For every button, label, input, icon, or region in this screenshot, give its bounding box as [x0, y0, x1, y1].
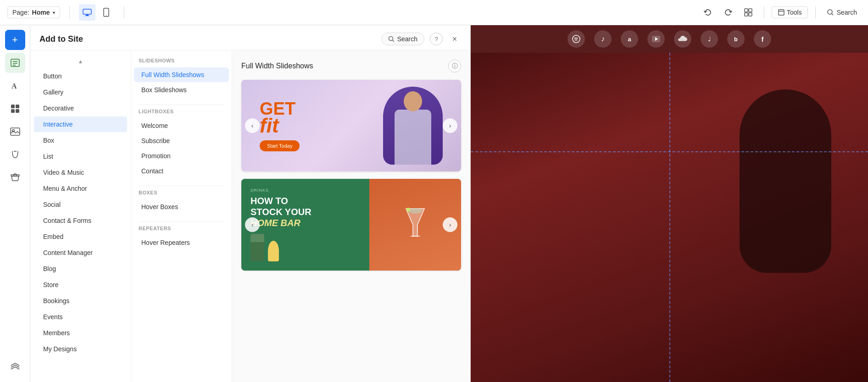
svg-rect-1: [86, 15, 89, 16]
drink-glass-1: [250, 234, 264, 261]
boxes-section: BOXES Hover Boxes: [131, 190, 232, 214]
figure-head: [404, 91, 422, 111]
category-button[interactable]: Button: [34, 68, 127, 84]
panel-search-button[interactable]: Search: [381, 33, 424, 45]
category-store[interactable]: Store: [34, 277, 127, 293]
panel-close-button[interactable]: ×: [448, 33, 461, 45]
tools-button[interactable]: Tools: [772, 6, 808, 18]
svg-rect-2: [85, 16, 89, 16]
svg-point-30: [408, 208, 422, 214]
get-fit-text: GET fit Start Today: [260, 100, 383, 151]
layers-button[interactable]: [5, 357, 25, 377]
figure-body: [383, 87, 443, 165]
sub-full-width-slideshows[interactable]: Full Width Slideshows: [134, 67, 229, 82]
sub-box-slideshows[interactable]: Box Slideshows: [134, 83, 229, 97]
slide-next-button-1[interactable]: ›: [443, 118, 457, 133]
lightboxes-section-title: LIGHTBOXES: [131, 109, 232, 118]
category-content-manager[interactable]: Content Manager: [34, 245, 127, 260]
home-bar-eyebrow: DRINKS: [250, 188, 360, 193]
view-toggle-group: [79, 4, 115, 21]
sub-hover-boxes[interactable]: Hover Boxes: [134, 199, 229, 214]
slideshows-section-title: SLIDESHOWS: [131, 58, 232, 67]
category-contact-forms[interactable]: Contact & Forms: [34, 213, 127, 228]
svg-line-27: [392, 40, 394, 42]
get-fit-headline-fit: fit: [260, 116, 383, 136]
category-blog[interactable]: Blog: [34, 261, 127, 277]
category-social[interactable]: Social: [34, 197, 127, 212]
category-bookings[interactable]: Bookings: [34, 293, 127, 309]
boxes-section-title: BOXES: [131, 190, 232, 199]
sub-contact[interactable]: Contact: [134, 164, 229, 178]
sub-promotion[interactable]: Promotion: [134, 149, 229, 163]
close-icon: ×: [452, 34, 457, 44]
toolbar-separator-4: [815, 6, 816, 19]
category-menu-anchor[interactable]: Menu & Anchor: [34, 181, 127, 196]
panel-title: Add to Site: [39, 34, 83, 44]
panel-help-button[interactable]: ?: [430, 33, 443, 45]
preview-info-button[interactable]: ⓘ: [448, 60, 461, 72]
sub-welcome[interactable]: Welcome: [134, 118, 229, 133]
slide-next-button-2[interactable]: ›: [443, 217, 457, 232]
category-events[interactable]: Events: [34, 309, 127, 325]
preview-header: Full Width Slideshows ⓘ: [241, 60, 461, 72]
store-button[interactable]: [5, 167, 25, 188]
category-members[interactable]: Members: [34, 325, 127, 341]
cocktail-glass-icon: [401, 204, 429, 245]
toolbar-search-label: Search: [837, 9, 857, 16]
panel-content: ▲ Button Gallery Decorative Interactive …: [30, 50, 470, 382]
woman-hair-silhouette: [740, 89, 831, 273]
sub-subscribe[interactable]: Subscribe: [134, 133, 229, 148]
panel-search-label: Search: [397, 35, 417, 43]
slide-prev-button-2[interactable]: ‹: [245, 217, 260, 232]
toolbar-separator-2: [124, 6, 124, 19]
design-button[interactable]: A: [5, 76, 25, 96]
get-fit-figure: [383, 87, 443, 165]
redo-button[interactable]: [720, 4, 736, 21]
toolbar-separator-3: [764, 6, 764, 19]
category-embed[interactable]: Embed: [34, 229, 127, 244]
mobile-view-button[interactable]: [98, 4, 115, 21]
layout-icon[interactable]: [740, 4, 757, 21]
svg-point-26: [389, 37, 393, 41]
home-bar-text-area: DRINKS HOW TOSTOCK YOURHome Bar: [241, 179, 369, 271]
media-button[interactable]: [5, 122, 25, 142]
svg-rect-18: [11, 105, 15, 108]
apps-button[interactable]: [5, 99, 25, 119]
category-my-designs[interactable]: My Designs: [34, 341, 127, 357]
category-decorative[interactable]: Decorative: [34, 100, 127, 116]
add-elements-button[interactable]: +: [5, 30, 25, 50]
sub-hover-repeaters[interactable]: Hover Repeaters: [134, 235, 229, 250]
toolbar-separator: [69, 6, 70, 19]
svg-line-12: [831, 14, 833, 16]
get-fit-cta-button[interactable]: Start Today: [260, 140, 300, 151]
category-interactive[interactable]: Interactive: [34, 116, 127, 132]
undo-button[interactable]: [700, 4, 716, 21]
category-box[interactable]: Box: [34, 133, 127, 148]
slideshow-preview-get-fit[interactable]: GET fit Start Today: [241, 80, 461, 172]
chevron-down-icon: ▾: [53, 10, 55, 15]
repeaters-section: REPEATERS Hover Repeaters: [131, 226, 232, 250]
category-video-music[interactable]: Video & Music: [34, 165, 127, 180]
svg-rect-20: [11, 109, 15, 113]
blog-button[interactable]: [5, 144, 25, 165]
subcategory-nav: SLIDESHOWS Full Width Slideshows Box Sli…: [131, 50, 232, 382]
slideshow-preview-home-bar[interactable]: DRINKS HOW TOSTOCK YOURHome Bar: [241, 179, 461, 271]
facebook-icon: f: [754, 30, 771, 48]
figure-shirt: [395, 110, 431, 165]
slide-prev-button-1[interactable]: ‹: [245, 118, 260, 133]
category-gallery[interactable]: Gallery: [34, 84, 127, 100]
panel-header: Add to Site Search ? ×: [30, 25, 470, 50]
page-name: Home: [32, 9, 50, 16]
canvas-content-area: [471, 53, 868, 382]
bandcamp-icon: b: [727, 30, 745, 48]
desktop-view-button[interactable]: [79, 4, 95, 21]
svg-rect-19: [16, 105, 19, 108]
scroll-up-arrow-icon: ▲: [76, 57, 85, 66]
category-list[interactable]: List: [34, 149, 127, 164]
toolbar-search-button[interactable]: Search: [823, 7, 861, 18]
pages-menus-button[interactable]: [5, 53, 25, 73]
page-selector[interactable]: Page: Home ▾: [7, 6, 60, 18]
svg-text:A: A: [11, 82, 17, 90]
amazon-icon: a: [621, 30, 638, 48]
main-area: + A Add to Site: [0, 25, 868, 382]
